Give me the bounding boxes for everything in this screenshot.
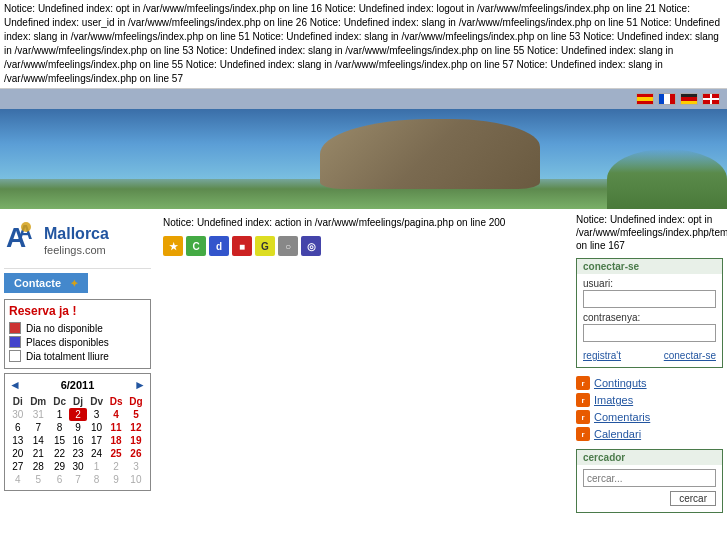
hero-rock [320, 119, 540, 189]
left-sidebar: A A Mallorca feelings.com Contacte ✦ Res… [0, 209, 155, 495]
calendar-day[interactable]: 19 [126, 434, 146, 447]
rss-calendari[interactable]: r Calendari [576, 427, 723, 441]
pass-input[interactable] [583, 324, 716, 342]
legend-unavailable: Dia no disponible [9, 322, 146, 334]
calendar-day[interactable]: 7 [27, 421, 50, 434]
flag-fr[interactable] [658, 93, 676, 105]
flag-de[interactable] [680, 93, 698, 105]
calendar-day[interactable]: 17 [87, 434, 106, 447]
social-icon-g[interactable]: G [255, 236, 275, 256]
social-icon-square[interactable]: ■ [232, 236, 252, 256]
social-icon-circle[interactable]: ○ [278, 236, 298, 256]
calendar-day[interactable]: 30 [69, 460, 87, 473]
calendar-day[interactable]: 24 [87, 447, 106, 460]
calendar-day[interactable]: 26 [126, 447, 146, 460]
register-link[interactable]: registra't [583, 350, 621, 361]
login-box-title: conectar-se [577, 259, 722, 274]
social-icon-c[interactable]: C [186, 236, 206, 256]
calendar-day[interactable]: 1 [87, 460, 106, 473]
calendar-day[interactable]: 5 [126, 408, 146, 421]
calendar-day[interactable]: 28 [27, 460, 50, 473]
calendar-day[interactable]: 8 [50, 421, 69, 434]
legend-color-available [9, 336, 21, 348]
logo-small-icon: ✦ [70, 278, 78, 289]
login-box: conectar-se usuari: contrasenya: registr… [576, 258, 723, 368]
calendar-next-button[interactable]: ► [134, 378, 146, 392]
calendar-table: Di Dm Dc Dj Dv Ds Dg 3031123456789101112… [9, 395, 146, 486]
legend-color-unavailable [9, 322, 21, 334]
calendar-day[interactable]: 6 [9, 421, 27, 434]
calendar-body: 3031123456789101112131415161718192021222… [9, 408, 146, 486]
cal-header-dj: Dj [69, 395, 87, 408]
rss-continguts[interactable]: r Continguts [576, 376, 723, 390]
calendar-day[interactable]: 6 [50, 473, 69, 486]
contacte-label: Contacte [14, 277, 61, 289]
calendar-day[interactable]: 22 [50, 447, 69, 460]
calendar-day[interactable]: 16 [69, 434, 87, 447]
logo-area: A A Mallorca feelings.com [4, 213, 151, 269]
legend-label-free: Dia totalment lliure [26, 351, 109, 362]
calendar-prev-button[interactable]: ◄ [9, 378, 21, 392]
calendar-day[interactable]: 31 [27, 408, 50, 421]
rss-comentaris[interactable]: r Comentaris [576, 410, 723, 424]
search-button[interactable]: cercar [670, 491, 716, 506]
flag-es[interactable] [636, 93, 654, 105]
calendar-day[interactable]: 3 [126, 460, 146, 473]
social-icons-row: ★ C d ■ G ○ ◎ [163, 236, 564, 256]
calendar-day[interactable]: 10 [126, 473, 146, 486]
right-sidebar: Notice: Undefined index: opt in /var/www… [572, 209, 727, 517]
social-icon-star[interactable]: ★ [163, 236, 183, 256]
cal-header-di: Di [9, 395, 27, 408]
calendar-day[interactable]: 14 [27, 434, 50, 447]
calendar-day[interactable]: 2 [106, 460, 125, 473]
calendar-day[interactable]: 11 [106, 421, 125, 434]
calendar-day[interactable]: 12 [126, 421, 146, 434]
logo-mallorca: Mallorca [44, 224, 109, 243]
error-bar: Notice: Undefined index: opt in /var/www… [0, 0, 727, 89]
hero-trees [607, 149, 727, 209]
logo-feelings: feelings.com [44, 244, 109, 257]
legend-free: Dia totalment lliure [9, 350, 146, 362]
calendar-day[interactable]: 10 [87, 421, 106, 434]
calendar-day[interactable]: 8 [87, 473, 106, 486]
calendar-day[interactable]: 29 [50, 460, 69, 473]
rss-icon-calendari: r [576, 427, 590, 441]
flag-gb[interactable] [702, 93, 720, 105]
cal-header-dv: Dv [87, 395, 106, 408]
social-icon-ring[interactable]: ◎ [301, 236, 321, 256]
calendar-day[interactable]: 4 [9, 473, 27, 486]
calendar-day[interactable]: 5 [27, 473, 50, 486]
calendar-day[interactable]: 20 [9, 447, 27, 460]
social-icon-d[interactable]: d [209, 236, 229, 256]
calendar-day[interactable]: 1 [50, 408, 69, 421]
calendar-day[interactable]: 13 [9, 434, 27, 447]
calendar-day[interactable]: 21 [27, 447, 50, 460]
cal-header-dm: Dm [27, 395, 50, 408]
user-input[interactable] [583, 290, 716, 308]
contacte-button[interactable]: Contacte ✦ [4, 273, 88, 293]
legend-label-unavailable: Dia no disponible [26, 323, 103, 334]
rss-icon-imatges: r [576, 393, 590, 407]
search-box: cercador cercar [576, 449, 723, 513]
calendar-day[interactable]: 9 [69, 421, 87, 434]
calendar-day[interactable]: 18 [106, 434, 125, 447]
calendar-section: ◄ 6/2011 ► Di Dm Dc Dj Dv Ds Dg [4, 373, 151, 491]
calendar-day[interactable]: 25 [106, 447, 125, 460]
calendar-day[interactable]: 27 [9, 460, 27, 473]
cal-header-dc: Dc [50, 395, 69, 408]
legend-label-available: Places disponibles [26, 337, 109, 348]
calendar-day[interactable]: 9 [106, 473, 125, 486]
calendar-day[interactable]: 30 [9, 408, 27, 421]
reserva-section: Reserva ja ! Dia no disponible Places di… [4, 299, 151, 369]
login-link[interactable]: conectar-se [664, 350, 716, 361]
calendar-day[interactable]: 23 [69, 447, 87, 460]
user-label: usuari: [583, 278, 716, 289]
calendar-day[interactable]: 2 [69, 408, 87, 421]
calendar-day[interactable]: 7 [69, 473, 87, 486]
rss-imatges[interactable]: r Imatges [576, 393, 723, 407]
right-error-notice: Notice: Undefined index: opt in /var/www… [576, 213, 723, 252]
calendar-day[interactable]: 15 [50, 434, 69, 447]
calendar-day[interactable]: 3 [87, 408, 106, 421]
calendar-day[interactable]: 4 [106, 408, 125, 421]
search-input[interactable] [583, 469, 716, 487]
